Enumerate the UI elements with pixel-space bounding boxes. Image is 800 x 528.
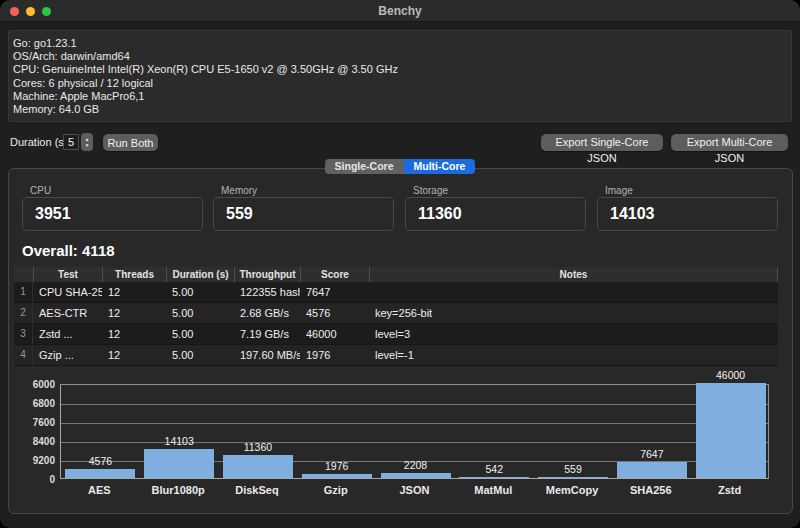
x-category-label: SHA256 bbox=[611, 484, 690, 496]
table-cell: key=256-bit bbox=[369, 303, 778, 323]
gridline bbox=[61, 404, 768, 405]
column-header: Notes bbox=[369, 267, 777, 282]
bar-chart-plot: 4576141031136019762208542559764746000 bbox=[60, 384, 769, 479]
stat-card-label: Memory bbox=[221, 185, 257, 196]
table-cell: 12 bbox=[102, 324, 166, 344]
table-row[interactable]: 3Zstd ...125.007.19 GB/s46000level=3 bbox=[14, 324, 778, 345]
x-category-label: Gzip bbox=[296, 484, 375, 496]
row-number: 1 bbox=[14, 282, 33, 302]
x-category-label: DiskSeq bbox=[218, 484, 297, 496]
stat-card: 11360 bbox=[405, 197, 586, 231]
stat-card: 3951 bbox=[22, 197, 203, 231]
table-row[interactable]: 1CPU SHA-256125.00122355 hash/s7647 bbox=[14, 282, 778, 303]
table-cell: CPU SHA-256 bbox=[33, 282, 102, 302]
row-number: 2 bbox=[14, 303, 33, 323]
y-tick-label: 7600 bbox=[33, 417, 55, 428]
chart-bar bbox=[538, 477, 608, 478]
duration-stepper[interactable]: ▲ ▼ bbox=[81, 133, 93, 151]
table-cell: 12 bbox=[102, 303, 166, 323]
bar-value-label: 4576 bbox=[61, 455, 140, 467]
export-multi-core-button[interactable]: Export Multi-Core JSON bbox=[671, 134, 788, 151]
stat-card-label: Storage bbox=[413, 185, 448, 196]
bar-value-label: 14103 bbox=[140, 435, 219, 447]
x-category-label: MatMul bbox=[454, 484, 533, 496]
y-tick-label: 8400 bbox=[33, 436, 55, 447]
table-cell: level=-1 bbox=[369, 345, 778, 365]
duration-label: Duration (s): bbox=[10, 136, 71, 148]
tab-multi-core[interactable]: Multi-Core bbox=[404, 159, 476, 174]
bar-value-label: 46000 bbox=[691, 369, 770, 381]
chart-bar bbox=[459, 477, 529, 478]
table-cell: Gzip ... bbox=[33, 345, 102, 365]
stat-card-label: Image bbox=[605, 185, 633, 196]
x-category-label: JSON bbox=[375, 484, 454, 496]
column-header: Test bbox=[33, 267, 102, 282]
stepper-down-icon[interactable]: ▼ bbox=[85, 142, 90, 148]
duration-input[interactable] bbox=[63, 134, 79, 150]
chart-bar bbox=[65, 469, 135, 478]
table-body: 1CPU SHA-256125.00122355 hash/s76472AES-… bbox=[14, 282, 778, 366]
system-info-line: OS/Arch: darwin/amd64 bbox=[13, 50, 787, 63]
bar-value-label: 559 bbox=[534, 463, 613, 475]
y-tick-label: 6800 bbox=[33, 398, 55, 409]
bar-value-label: 1976 bbox=[297, 460, 376, 472]
stat-card: 14103 bbox=[597, 197, 778, 231]
export-single-core-button[interactable]: Export Single-Core JSON bbox=[541, 134, 663, 151]
table-cell bbox=[369, 282, 778, 302]
chart-y-axis: 600068007600840092000 bbox=[0, 384, 55, 479]
x-category-label: Blur1080p bbox=[139, 484, 218, 496]
bar-value-label: 2208 bbox=[376, 459, 455, 471]
table-cell: 7647 bbox=[300, 282, 369, 302]
table-row[interactable]: 2AES-CTR125.002.68 GB/s4576key=256-bit bbox=[14, 303, 778, 324]
table-cell: 1976 bbox=[300, 345, 369, 365]
table-cell: 5.00 bbox=[166, 282, 234, 302]
table-cell: 12 bbox=[102, 282, 166, 302]
gridline bbox=[61, 423, 768, 424]
chart-x-axis: AESBlur1080pDiskSeqGzipJSONMatMulMemCopy… bbox=[60, 484, 769, 497]
table-cell: 5.00 bbox=[166, 345, 234, 365]
system-info-line: Go: go1.23.1 bbox=[13, 37, 787, 50]
overall-score: Overall: 4118 bbox=[22, 242, 115, 259]
table-cell: 5.00 bbox=[166, 303, 234, 323]
system-info-line: CPU: GenuineIntel Intel(R) Xeon(R) CPU E… bbox=[13, 63, 787, 76]
chart-bar bbox=[144, 449, 214, 478]
chart-bar bbox=[302, 474, 372, 478]
stat-card-value: 14103 bbox=[610, 198, 655, 230]
table-cell: 122355 hash/s bbox=[234, 282, 300, 302]
chart-bar bbox=[381, 473, 451, 478]
table-cell: 12 bbox=[102, 345, 166, 365]
bar-value-label: 7647 bbox=[612, 448, 691, 460]
stat-card-label: CPU bbox=[30, 185, 51, 196]
table-cell: 5.00 bbox=[166, 324, 234, 344]
run-both-button[interactable]: Run Both bbox=[103, 134, 158, 151]
column-header: Score bbox=[300, 267, 369, 282]
bar-value-label: 542 bbox=[455, 463, 534, 475]
stat-card-value: 559 bbox=[226, 198, 253, 230]
y-tick-label: 0 bbox=[49, 474, 55, 485]
column-header: Throughput bbox=[234, 267, 300, 282]
row-number: 3 bbox=[14, 324, 33, 344]
table-cell: 46000 bbox=[300, 324, 369, 344]
y-tick-label: 6000 bbox=[33, 379, 55, 390]
row-number: 4 bbox=[14, 345, 33, 365]
table-row[interactable]: 4Gzip ...125.00197.60 MB/s1976level=-1 bbox=[14, 345, 778, 366]
table-cell: 4576 bbox=[300, 303, 369, 323]
table-header: TestThreadsDuration (s)ThroughputScoreNo… bbox=[14, 267, 778, 282]
table-cell: Zstd ... bbox=[33, 324, 102, 344]
y-tick-label: 9200 bbox=[33, 455, 55, 466]
chart-bar bbox=[696, 383, 766, 478]
tab-single-core[interactable]: Single-Core bbox=[325, 159, 404, 174]
table-cell: 197.60 MB/s bbox=[234, 345, 300, 365]
chart-bar bbox=[617, 462, 687, 478]
window-title: Benchy bbox=[0, 0, 800, 22]
x-category-label: Zstd bbox=[690, 484, 769, 496]
title-bar: Benchy bbox=[0, 0, 800, 22]
system-info-line: Memory: 64.0 GB bbox=[13, 103, 787, 116]
x-category-label: AES bbox=[60, 484, 139, 496]
stat-card: 559 bbox=[213, 197, 394, 231]
table-cell: level=3 bbox=[369, 324, 778, 344]
bar-value-label: 11360 bbox=[219, 441, 298, 453]
column-header: Threads bbox=[102, 267, 166, 282]
column-header: Duration (s) bbox=[166, 267, 234, 282]
table-cell: 7.19 GB/s bbox=[234, 324, 300, 344]
